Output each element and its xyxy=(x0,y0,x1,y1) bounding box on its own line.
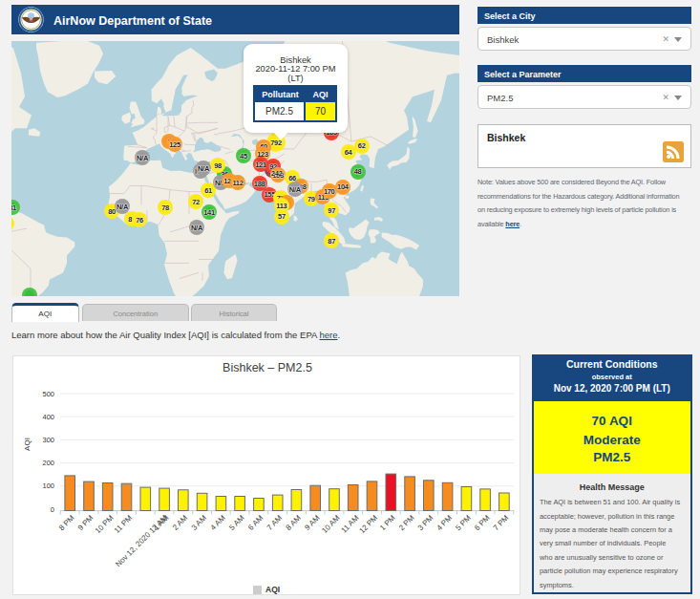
svg-text:8 AM: 8 AM xyxy=(285,513,303,531)
svg-text:9 AM: 9 AM xyxy=(303,513,321,531)
svg-text:5 AM: 5 AM xyxy=(227,513,245,531)
svg-text:11 AM: 11 AM xyxy=(340,513,361,534)
svg-text:7 AM: 7 AM xyxy=(265,513,284,531)
svg-text:10 PM: 10 PM xyxy=(94,513,116,535)
svg-text:500: 500 xyxy=(42,390,54,398)
svg-text:10 AM: 10 AM xyxy=(320,513,342,535)
svg-text:8 PM: 8 PM xyxy=(57,513,76,532)
svg-text:12 PM: 12 PM xyxy=(357,513,379,535)
svg-text:7 PM: 7 PM xyxy=(492,513,511,532)
svg-text:3 PM: 3 PM xyxy=(416,513,435,532)
svg-text:400: 400 xyxy=(42,413,54,421)
svg-text:2 PM: 2 PM xyxy=(397,513,416,532)
svg-text:100: 100 xyxy=(42,481,54,490)
svg-text:5 PM: 5 PM xyxy=(454,513,473,532)
svg-text:2 AM: 2 AM xyxy=(171,513,189,531)
svg-text:200: 200 xyxy=(42,459,54,467)
svg-text:4 AM: 4 AM xyxy=(209,513,227,531)
svg-text:3 AM: 3 AM xyxy=(190,513,208,531)
svg-text:4 PM: 4 PM xyxy=(435,513,454,532)
svg-text:6 PM: 6 PM xyxy=(473,513,492,532)
svg-text:300: 300 xyxy=(42,436,54,444)
svg-text:1 AM: 1 AM xyxy=(152,513,170,531)
svg-text:11 PM: 11 PM xyxy=(113,513,135,535)
svg-text:AQI: AQI xyxy=(23,438,32,451)
svg-text:0: 0 xyxy=(51,505,54,514)
svg-text:1 PM: 1 PM xyxy=(378,513,397,532)
svg-text:6 AM: 6 AM xyxy=(246,513,265,531)
